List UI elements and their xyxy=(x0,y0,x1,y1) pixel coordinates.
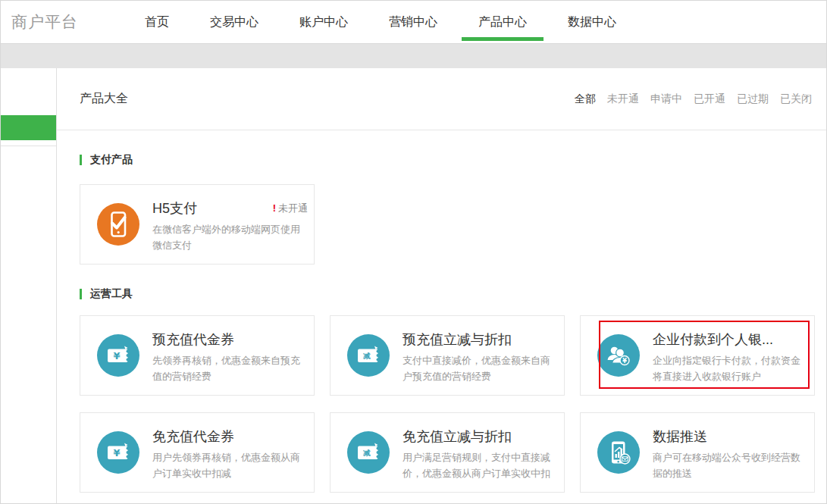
svg-text:¥: ¥ xyxy=(113,447,120,459)
product-card-title: 免充值立减与折扣 xyxy=(403,427,553,446)
product-card-title: 企业付款到个人银... xyxy=(653,330,803,349)
top-nav: 商户平台 首页 交易中心 账户中心 营销中心 产品中心 数据中心 xyxy=(1,1,826,43)
filter-not-activated[interactable]: 未开通 xyxy=(607,92,639,106)
product-card-title: 免充值代金券 xyxy=(152,427,302,446)
section-operation-tools: 运营工具 ¥ 预充值代金券 先领券再核销，优惠金额来自预充值的营销经费 xyxy=(80,287,826,493)
logo[interactable]: 商户平台 xyxy=(11,1,78,43)
nav-item-label: 账户中心 xyxy=(299,14,348,30)
sidebar xyxy=(1,68,57,504)
section-marker-bar xyxy=(80,155,82,165)
nav-item-label: 营销中心 xyxy=(389,14,437,30)
breadcrumb-bar xyxy=(1,43,826,68)
status-badge: !未开通 xyxy=(273,202,308,215)
nav-item-marketing-center[interactable]: 营销中心 xyxy=(372,1,454,43)
product-card-desc: 企业向指定银行卡付款，付款资金将直接进入收款银行账户 xyxy=(653,352,808,384)
nav-item-account-center[interactable]: 账户中心 xyxy=(283,1,365,43)
svg-text:¥: ¥ xyxy=(622,358,627,365)
product-card-free-voucher[interactable]: ¥ 免充值代金券 用户先领券再核销，优惠金额从商户订单实收中扣减 xyxy=(80,412,315,493)
product-card-desc: 商户可在移动端公众号收到经营数据的推送 xyxy=(653,449,808,481)
nav-item-home[interactable]: 首页 xyxy=(128,1,186,43)
product-card-desc: 用户先领券再核销，优惠金额从商户订单实收中扣减 xyxy=(152,449,308,481)
svg-text:¥: ¥ xyxy=(113,350,120,362)
filter-activated[interactable]: 已开通 xyxy=(694,92,725,106)
section-title: 运营工具 xyxy=(90,287,133,301)
nav-item-label: 数据中心 xyxy=(568,14,616,30)
people-payment-icon: ¥ xyxy=(597,334,640,377)
status-label: 未开通 xyxy=(278,202,308,214)
product-card-prepaid-voucher[interactable]: ¥ 预充值代金券 先领券再核销，优惠金额来自预充值的营销经费 xyxy=(80,315,315,396)
coupon-discount-icon: 减 xyxy=(347,431,390,474)
product-card-prepaid-discount[interactable]: 减 预充值立减与折扣 支付中直接减价，优惠金额来自商户预充值的营销经费 xyxy=(330,315,565,396)
product-card-title: 预充值立减与折扣 xyxy=(403,330,553,349)
nav-item-trade-center[interactable]: 交易中心 xyxy=(193,1,275,43)
product-card-free-discount[interactable]: 减 免充值立减与折扣 用户满足营销规则，支付中直接减价，优惠金额从商户订单实收中… xyxy=(330,412,565,493)
page-header: 产品大全 全部 未开通 申请中 已开通 已过期 已关闭 xyxy=(57,68,826,130)
svg-text:减: 减 xyxy=(362,449,371,457)
filter-expired[interactable]: 已过期 xyxy=(737,92,769,106)
product-card-h5-pay[interactable]: H5支付 在微信客户端外的移动端网页使用微信支付 !未开通 xyxy=(80,184,315,265)
coupon-yuan-icon: ¥ xyxy=(97,334,139,377)
product-card-desc: 在微信客户端外的移动端网页使用微信支付 xyxy=(152,221,308,253)
section-marker-bar xyxy=(80,289,82,299)
main-nav: 首页 交易中心 账户中心 营销中心 产品中心 数据中心 xyxy=(128,1,633,43)
nav-item-label: 首页 xyxy=(145,14,169,30)
nav-item-product-center[interactable]: 产品中心 xyxy=(462,1,544,43)
filter-applying[interactable]: 申请中 xyxy=(650,92,682,106)
phone-check-icon xyxy=(97,203,139,246)
section-title: 支付产品 xyxy=(90,153,133,167)
product-card-title: 预充值代金券 xyxy=(152,330,302,349)
nav-item-data-center[interactable]: 数据中心 xyxy=(551,1,633,43)
section-header: 运营工具 xyxy=(80,287,826,301)
sidebar-active-item[interactable] xyxy=(1,115,56,140)
coupon-discount-icon: 减 xyxy=(347,334,390,377)
page-title: 产品大全 xyxy=(80,91,128,107)
sidebar-divider xyxy=(1,146,56,146)
product-card-title: 数据推送 xyxy=(653,427,803,446)
alert-exclamation-icon: ! xyxy=(273,202,276,214)
section-payment-products: 支付产品 H5支付 在微信客户端外的移动端网页使用微信支付 !未开通 xyxy=(80,153,826,265)
svg-text:减: 减 xyxy=(362,352,371,360)
product-card-desc: 用户满足营销规则，支付中直接减价，优惠金额从商户订单实收中扣 xyxy=(403,449,558,481)
product-card-data-push[interactable]: 数据推送 商户可在移动端公众号收到经营数据的推送 xyxy=(580,412,815,493)
coupon-yuan-icon: ¥ xyxy=(97,431,139,474)
status-filters: 全部 未开通 申请中 已开通 已过期 已关闭 xyxy=(575,92,812,106)
nav-item-label: 产品中心 xyxy=(478,14,527,30)
filter-closed[interactable]: 已关闭 xyxy=(780,92,812,106)
product-card-desc: 先领券再核销，优惠金额来自预充值的营销经费 xyxy=(152,352,308,384)
filter-all[interactable]: 全部 xyxy=(575,92,596,106)
data-push-icon xyxy=(597,431,640,474)
product-card-desc: 支付中直接减价，优惠金额来自商户预充值的营销经费 xyxy=(403,352,558,384)
nav-item-label: 交易中心 xyxy=(210,14,258,30)
product-card-enterprise-payment[interactable]: ¥ 企业付款到个人银... 企业向指定银行卡付款，付款资金将直接进入收款银行账户 xyxy=(580,315,815,396)
section-header: 支付产品 xyxy=(80,153,826,167)
